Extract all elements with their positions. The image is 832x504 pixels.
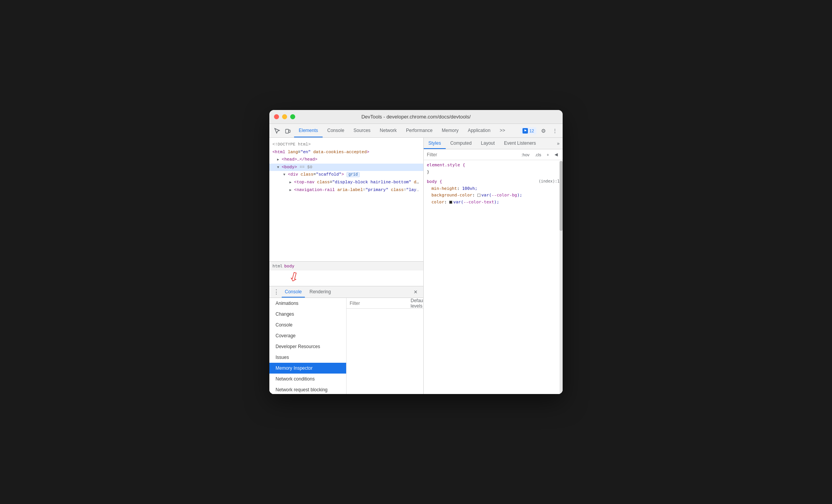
body-line[interactable]: ▼ <body> == $0 <box>269 164 423 171</box>
tab-bottom-console[interactable]: Console <box>282 286 305 298</box>
top-nav-line[interactable]: ▶ <top-nav class="display-block hairline… <box>269 179 423 186</box>
inspect-element-icon[interactable] <box>272 126 282 135</box>
styles-scrollbar[interactable] <box>560 161 563 394</box>
head-line[interactable]: ▶ <head>…</head> <box>269 156 423 164</box>
elements-left-panel: <!DOCTYPE html> <html lang="en" data-coo… <box>269 138 424 394</box>
minimize-button[interactable] <box>282 114 287 119</box>
devtools-body: <!DOCTYPE html> <html lang="en" data-coo… <box>269 138 563 394</box>
levels-label: Default levels <box>411 298 423 309</box>
scaffold-div-line[interactable]: ▼ <div class="scaffold"> grid <box>269 171 423 179</box>
breadcrumb-body[interactable]: body <box>284 264 295 269</box>
devtools-toolbar: Elements Console Sources Network Perform… <box>269 124 563 138</box>
console-area: Default levels ▼ ⚑ 12 Issues: 12 ⚙ <box>347 298 423 394</box>
tab-event-listeners[interactable]: Event Listeners <box>499 138 541 149</box>
maximize-button[interactable] <box>290 114 295 119</box>
issues-label: 12 <box>529 129 534 133</box>
tab-performance[interactable]: Performance <box>401 124 437 137</box>
device-toolbar-icon[interactable] <box>283 126 293 135</box>
drawer-item-coverage[interactable]: Coverage <box>269 330 346 341</box>
styles-content: element.style { } (index):1 body { <box>424 160 563 394</box>
drawer-item-network-request-blocking[interactable]: Network request blocking <box>269 384 346 394</box>
svg-rect-0 <box>286 129 289 133</box>
console-levels-dropdown[interactable]: Default levels ▼ <box>411 298 423 309</box>
html-tag-line[interactable]: <html lang="en" data-cookies-accepted> <box>269 149 423 156</box>
scrollbar-thumb <box>560 161 563 231</box>
drawer-item-changes[interactable]: Changes <box>269 309 346 320</box>
toolbar-right: ⚑ 12 ⚙ ⋮ <box>520 126 560 135</box>
tab-network[interactable]: Network <box>375 124 401 137</box>
drawer-item-console[interactable]: Console <box>269 320 346 330</box>
styles-toolbar: Styles Computed Layout Event Listeners » <box>424 138 563 149</box>
tab-sources[interactable]: Sources <box>349 124 375 137</box>
devtools-window: DevTools - developer.chrome.com/docs/dev… <box>269 110 563 394</box>
tab-more[interactable]: >> <box>495 124 510 137</box>
elements-panel: <!DOCTYPE html> <html lang="en" data-coo… <box>269 138 423 261</box>
hov-filter-button[interactable]: :hov <box>519 152 531 157</box>
arrow-annotation-area: ⇩ <box>269 271 423 286</box>
tab-memory[interactable]: Memory <box>437 124 463 137</box>
console-filter-input[interactable] <box>350 301 408 306</box>
settings-icon[interactable]: ⚙ <box>539 126 548 135</box>
element-style-closing: } <box>427 169 560 176</box>
body-style-block: (index):1 body { min-height: 100vh; back… <box>427 178 560 205</box>
drawer-menu: Animations Changes Console Coverage Deve… <box>269 298 347 394</box>
issues-icon: ⚑ <box>523 128 528 134</box>
cls-filter-button[interactable]: .cls <box>533 152 543 157</box>
body-style-min-height: min-height: 100vh; <box>427 185 560 192</box>
toggle-sidebar-button[interactable]: ◀ <box>553 152 560 157</box>
styles-right-panel: Styles Computed Layout Event Listeners »… <box>424 138 563 394</box>
element-style-block: element.style { } <box>427 162 560 175</box>
window-title: DevTools - developer.chrome.com/docs/dev… <box>361 114 470 120</box>
issues-badge[interactable]: ⚑ 12 <box>520 127 536 134</box>
tab-bottom-rendering[interactable]: Rendering <box>306 286 334 298</box>
drawer-item-network-conditions[interactable]: Network conditions <box>269 374 346 384</box>
tab-computed[interactable]: Computed <box>446 138 476 149</box>
drawer-menu-icon[interactable]: ⋮ <box>272 288 280 296</box>
bottom-panel-content: Animations Changes Console Coverage Deve… <box>269 298 423 394</box>
tab-console[interactable]: Console <box>323 124 349 137</box>
tab-styles[interactable]: Styles <box>424 138 446 149</box>
close-drawer-button[interactable]: × <box>411 288 420 297</box>
console-filter-bar: Default levels ▼ ⚑ 12 Issues: 12 ⚙ <box>347 298 423 309</box>
styles-filter-bar: :hov .cls + ◀ <box>424 149 563 160</box>
bg-color-swatch <box>477 194 480 197</box>
svg-rect-1 <box>289 130 290 132</box>
drawer-item-memory-inspector[interactable]: Memory Inspector <box>269 363 346 374</box>
breadcrumb-html[interactable]: html <box>272 264 283 269</box>
tab-layout[interactable]: Layout <box>476 138 499 149</box>
traffic-lights <box>274 114 295 119</box>
color-swatch <box>449 201 452 204</box>
bottom-panel: ⋮ Console Rendering × Animations Changes… <box>269 286 423 394</box>
customize-icon[interactable]: ⋮ <box>550 126 560 135</box>
title-bar: DevTools - developer.chrome.com/docs/dev… <box>269 110 563 124</box>
body-style-header: (index):1 body { <box>427 178 560 185</box>
styles-filter-input[interactable] <box>427 152 518 157</box>
tab-application[interactable]: Application <box>463 124 495 137</box>
devtools-tabs: Elements Console Sources Network Perform… <box>294 124 510 137</box>
drawer-item-issues[interactable]: Issues <box>269 352 346 363</box>
bottom-panel-toolbar: ⋮ Console Rendering × <box>269 286 423 298</box>
styles-tab-more[interactable]: » <box>554 138 563 149</box>
doctype-line: <!DOCTYPE html> <box>269 141 423 149</box>
body-style-bg-color: background-color: var(--color-bg); <box>427 192 560 199</box>
element-style-selector: element.style { <box>427 162 560 169</box>
devtools-panel: Elements Console Sources Network Perform… <box>269 124 563 394</box>
drawer-item-animations[interactable]: Animations <box>269 298 346 309</box>
nav-rail-line[interactable]: ▶ <navigation-rail aria-label="primary" … <box>269 186 423 194</box>
body-style-source: (index):1 <box>539 178 560 184</box>
tab-elements[interactable]: Elements <box>294 124 323 137</box>
drawer-item-developer-resources[interactable]: Developer Resources <box>269 341 346 352</box>
red-arrow-annotation: ⇩ <box>287 269 301 286</box>
add-style-button[interactable]: + <box>545 152 551 157</box>
close-button[interactable] <box>274 114 279 119</box>
body-style-color: color: var(--color-text); <box>427 199 560 206</box>
